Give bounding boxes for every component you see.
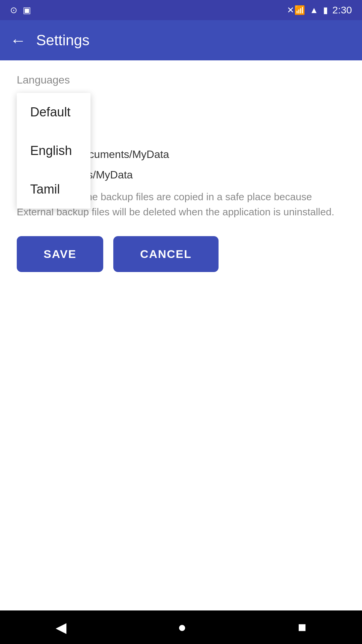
language-dropdown-container[interactable]: Default ▾ Default English Tamil — [17, 93, 67, 114]
nav-bar: ◀ ● ■ — [0, 610, 362, 644]
button-row: SAVE CANCEL — [17, 236, 345, 272]
languages-section-label: Languages — [17, 74, 345, 86]
language-dropdown-menu: Default English Tamil — [17, 93, 90, 209]
sync-icon: ⊙ — [10, 5, 17, 15]
back-button[interactable]: ← — [10, 31, 26, 50]
dropdown-option-tamil[interactable]: Tamil — [17, 170, 90, 209]
app-bar: ← Settings — [0, 20, 362, 60]
save-button[interactable]: SAVE — [17, 236, 103, 272]
nav-recent-button[interactable]: ■ — [298, 619, 306, 635]
nav-home-button[interactable]: ● — [178, 619, 186, 635]
page-title: Settings — [36, 32, 89, 49]
cancel-button[interactable]: CANCEL — [113, 236, 219, 272]
main-content: Languages Default ▾ Default English Tami… — [0, 60, 362, 285]
nav-back-button[interactable]: ◀ — [56, 619, 66, 636]
wifi-icon: ✕📶 — [287, 5, 305, 15]
status-bar: ⊙ ▣ ✕📶 ▲ ▮ 2:30 — [0, 0, 362, 20]
dropdown-option-english[interactable]: English — [17, 131, 90, 170]
signal-icon: ▲ — [310, 5, 318, 15]
clock: 2:30 — [333, 4, 352, 16]
battery-icon: ▮ — [323, 5, 328, 15]
dropdown-option-default[interactable]: Default — [17, 93, 90, 131]
sd-card-icon: ▣ — [23, 5, 31, 15]
status-left-icons: ⊙ ▣ — [10, 5, 31, 15]
status-right-area: ✕📶 ▲ ▮ 2:30 — [287, 4, 352, 16]
